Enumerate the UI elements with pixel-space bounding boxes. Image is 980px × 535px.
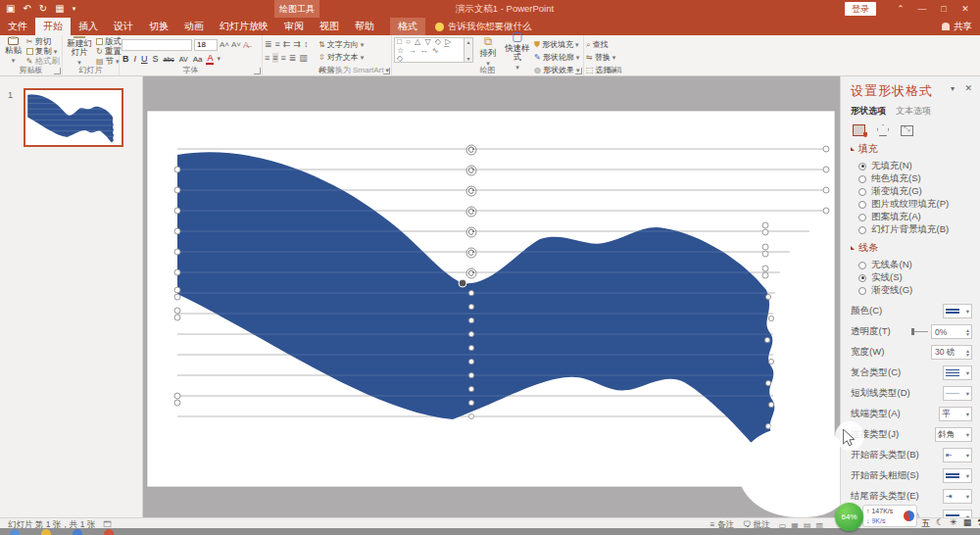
underline-button[interactable]: U bbox=[140, 54, 149, 64]
active-rotation-handle[interactable] bbox=[459, 279, 466, 287]
slide-thumbnail[interactable] bbox=[24, 88, 123, 147]
system-speed-ball[interactable]: 64% bbox=[835, 503, 863, 531]
fill-section-header[interactable]: 填充 bbox=[851, 142, 972, 156]
tab-transitions[interactable]: 切换 bbox=[141, 18, 176, 35]
tab-format[interactable]: 格式 bbox=[390, 18, 425, 35]
shapes-gallery-scrollbar[interactable]: ▴▾ bbox=[465, 37, 473, 63]
slide-editing-canvas[interactable] bbox=[143, 76, 840, 517]
tab-review[interactable]: 审阅 bbox=[276, 18, 312, 35]
tray-misc-icon[interactable]: ✳ bbox=[950, 517, 957, 530]
tab-insert[interactable]: 插入 bbox=[71, 18, 106, 35]
customize-qat-icon[interactable]: ▾ bbox=[73, 2, 76, 16]
font-dialog-launcher-icon[interactable] bbox=[254, 68, 261, 74]
character-spacing-button[interactable]: AV bbox=[178, 56, 189, 63]
windows-taskbar-edge[interactable] bbox=[0, 528, 980, 535]
shape-fill-button[interactable]: ⛊形状填充▾ bbox=[534, 39, 580, 50]
ime-indicator[interactable]: 五 bbox=[921, 517, 930, 530]
size-properties-icon[interactable] bbox=[901, 125, 913, 136]
font-name-input[interactable] bbox=[122, 39, 192, 51]
tab-home[interactable]: 开始 bbox=[35, 18, 71, 35]
taskbar-app-icon[interactable] bbox=[104, 529, 114, 535]
drawing-dialog-launcher-icon[interactable] bbox=[575, 68, 582, 74]
line-none-radio[interactable]: 无线条(N) bbox=[858, 259, 972, 271]
numbering-icon[interactable]: ≡ bbox=[275, 39, 280, 49]
cap-type-dropdown[interactable]: 平▾ bbox=[939, 407, 972, 421]
begin-arrow-size-dropdown[interactable]: ▾ bbox=[943, 468, 972, 483]
share-button[interactable]: 共享 bbox=[942, 18, 972, 35]
italic-button[interactable]: I bbox=[133, 54, 138, 64]
redo-icon[interactable]: ↻ bbox=[39, 2, 47, 16]
tab-view[interactable]: 视图 bbox=[312, 18, 347, 35]
clipboard-dialog-launcher-icon[interactable] bbox=[54, 68, 61, 74]
decrease-indent-icon[interactable]: ⇇ bbox=[283, 39, 291, 49]
begin-arrow-type-dropdown[interactable]: ⇤▾ bbox=[943, 448, 972, 462]
tab-file[interactable]: 文件 bbox=[0, 18, 35, 35]
dash-type-dropdown[interactable]: ▾ bbox=[943, 386, 972, 401]
line-color-picker[interactable]: ▾ bbox=[943, 304, 972, 318]
minimize-icon[interactable]: — bbox=[911, 0, 933, 18]
align-text-button[interactable]: ⇳对齐文本▾ bbox=[318, 52, 389, 63]
shapes-gallery[interactable]: □ ○ △ ▽ ◇ ▷ ☆ → ↔ ∿ ⌒ ◇ ( ) { } □ ○ bbox=[394, 37, 465, 63]
font-size-input[interactable] bbox=[194, 39, 218, 51]
tab-help[interactable]: 帮助 bbox=[347, 18, 382, 35]
moon-icon[interactable]: ☾ bbox=[936, 517, 944, 530]
signin-button[interactable]: 登录 bbox=[845, 2, 876, 16]
text-shadow-button[interactable]: S bbox=[152, 54, 160, 64]
close-icon[interactable]: ✕ bbox=[955, 0, 976, 18]
align-right-icon[interactable]: ≡ bbox=[281, 53, 286, 63]
change-case-button[interactable]: Aa bbox=[192, 55, 204, 64]
join-type-dropdown[interactable]: 斜角▾ bbox=[935, 427, 972, 442]
taskbar-app-icon[interactable] bbox=[73, 529, 82, 535]
tab-animations[interactable]: 动画 bbox=[176, 18, 212, 35]
align-center-icon[interactable]: ≡ bbox=[272, 53, 277, 63]
line-solid-radio[interactable]: 实线(S) bbox=[858, 271, 972, 284]
shape-outline-button[interactable]: ✎形状轮廓▾ bbox=[534, 52, 580, 63]
bold-button[interactable]: B bbox=[122, 54, 130, 64]
taskbar-app-icon[interactable] bbox=[41, 529, 51, 535]
panel-tab-text-options[interactable]: 文本选项 bbox=[896, 105, 931, 118]
fill-slide-bg-radio[interactable]: 幻灯片背景填充(B) bbox=[858, 223, 972, 236]
quick-styles-button[interactable]: ▢ 快速样式▾ bbox=[503, 37, 532, 65]
transparency-slider[interactable] bbox=[912, 331, 928, 332]
line-spacing-icon[interactable]: ↕ bbox=[304, 39, 309, 49]
text-direction-button[interactable]: ⇅文字方向▾ bbox=[318, 39, 389, 50]
panel-close-icon[interactable]: ✕ bbox=[964, 83, 972, 93]
tab-design[interactable]: 设计 bbox=[106, 18, 141, 35]
panel-menu-chevron-icon[interactable]: ▾ bbox=[951, 84, 955, 93]
increase-indent-icon[interactable]: ⇉ bbox=[293, 39, 301, 49]
fill-picture-radio[interactable]: 图片或纹理填充(P) bbox=[858, 198, 972, 211]
font-color-button[interactable]: A bbox=[206, 54, 214, 65]
ribbon-display-options-icon[interactable]: ⌃ bbox=[890, 0, 911, 18]
find-button[interactable]: ⌕查找 bbox=[586, 39, 616, 50]
clear-formatting-icon[interactable]: A̶ bbox=[243, 39, 249, 51]
replace-button[interactable]: ⇋替换▾ bbox=[586, 52, 616, 63]
paste-button[interactable]: 粘贴▾ bbox=[2, 37, 24, 65]
maximize-icon[interactable]: □ bbox=[933, 0, 955, 18]
justify-icon[interactable]: ≣ bbox=[289, 53, 297, 63]
columns-icon[interactable]: ▥ bbox=[299, 53, 308, 63]
effects-icon[interactable] bbox=[877, 124, 889, 136]
line-section-header[interactable]: 线条 bbox=[851, 241, 972, 255]
transparency-spinner[interactable]: 0%▲▼ bbox=[931, 324, 972, 339]
line-gradient-radio[interactable]: 渐变线(G) bbox=[858, 284, 972, 297]
fill-gradient-radio[interactable]: 渐变填充(G) bbox=[858, 185, 972, 198]
undo-icon[interactable]: ↶ bbox=[23, 2, 30, 16]
paragraph-dialog-launcher-icon[interactable] bbox=[383, 68, 390, 74]
bullets-icon[interactable]: ≣ bbox=[265, 39, 272, 49]
fill-and-line-icon[interactable] bbox=[853, 124, 865, 136]
start-slideshow-icon[interactable]: ▦ bbox=[55, 2, 64, 16]
fill-solid-radio[interactable]: 纯色填充(S) bbox=[858, 172, 972, 185]
compound-type-dropdown[interactable]: ▾ bbox=[943, 365, 972, 380]
save-icon[interactable]: ▣ bbox=[6, 2, 15, 16]
tab-slideshow[interactable]: 幻灯片放映 bbox=[212, 18, 276, 35]
fill-pattern-radio[interactable]: 图案填充(A) bbox=[858, 211, 972, 223]
align-left-icon[interactable]: ≡ bbox=[265, 53, 270, 63]
grow-font-icon[interactable]: A˄ bbox=[220, 39, 229, 51]
arrange-button[interactable]: ⧉ 排列▾ bbox=[475, 37, 501, 65]
panel-tab-shape-options[interactable]: 形状选项 bbox=[851, 105, 886, 118]
taskbar-app-icon[interactable] bbox=[10, 529, 20, 535]
width-spinner[interactable]: 30 磅▲▼ bbox=[931, 345, 972, 360]
new-slide-button[interactable]: 新建幻灯片▾ bbox=[65, 37, 94, 65]
fill-no-fill-radio[interactable]: 无填充(N) bbox=[858, 160, 972, 172]
strikethrough-button[interactable]: abc bbox=[163, 56, 175, 63]
